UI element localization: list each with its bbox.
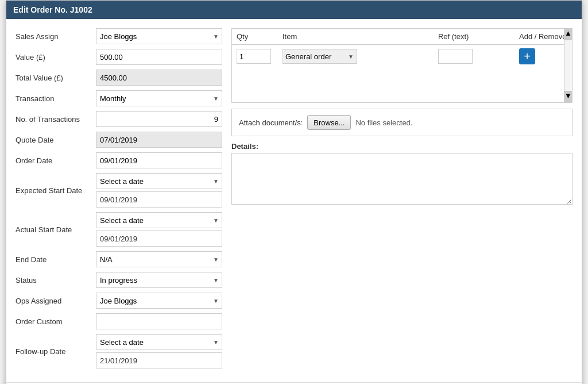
value-input[interactable] <box>96 49 222 65</box>
expected-start-select[interactable]: Select a date <box>96 173 222 189</box>
details-section: Details: <box>231 142 572 205</box>
right-panel: Qty Item Ref (text) Add / Remove <box>231 28 572 373</box>
transaction-row: Transaction Monthly Weekly Annually One-… <box>16 90 222 106</box>
no-transactions-input[interactable] <box>96 111 222 127</box>
expected-start-display: 09/01/2019 <box>96 191 222 208</box>
no-transactions-label: No. of Transactions <box>16 115 96 124</box>
ops-assigned-row: Ops Assigned Joe Bloggs ▼ <box>16 293 222 309</box>
ref-input[interactable] <box>438 49 473 64</box>
end-date-row: End Date N/A Select a date ▼ <box>16 251 222 267</box>
quote-date-label: Quote Date <box>16 136 96 144</box>
table-row: General order ▼ + <box>232 45 572 68</box>
sales-assign-row: Sales Assign Joe Bloggs ▼ <box>16 28 222 44</box>
item-select-wrapper: General order ▼ <box>283 49 357 64</box>
attach-row: Attach document/s: Browse... No files se… <box>231 109 572 136</box>
items-table-wrapper: Qty Item Ref (text) Add / Remove <box>231 28 572 103</box>
sales-assign-label: Sales Assign <box>16 32 96 41</box>
item-cell: General order ▼ <box>278 45 434 68</box>
ref-cell <box>434 45 514 68</box>
followup-date-select-wrapper: Select a date ▼ <box>96 334 222 350</box>
status-row: Status In progress Completed Cancelled O… <box>16 272 222 288</box>
col-add-remove: Add / Remove <box>514 29 572 45</box>
scrollbar: ▲ ▼ <box>564 29 572 102</box>
ops-assigned-select[interactable]: Joe Bloggs <box>96 293 222 309</box>
col-item: Item <box>278 29 434 45</box>
order-custom-input[interactable] <box>96 313 222 329</box>
actual-start-label: Actual Start Date <box>16 225 96 234</box>
no-transactions-row: No. of Transactions <box>16 111 222 127</box>
ops-assigned-label: Ops Assigned <box>16 297 96 305</box>
order-custom-label: Order Custom <box>16 317 96 326</box>
order-date-label: Order Date <box>16 156 96 165</box>
quote-date-row: Quote Date <box>16 132 222 148</box>
scroll-down-arrow[interactable]: ▼ <box>564 91 572 102</box>
sales-assign-select-wrapper: Joe Bloggs ▼ <box>96 28 222 44</box>
followup-date-label: Follow-up Date <box>16 347 96 356</box>
expected-start-label: Expected Start Date <box>16 186 96 195</box>
quote-date-input <box>96 132 222 148</box>
sales-assign-select[interactable]: Joe Bloggs <box>96 28 222 44</box>
total-value-label: Total Value (£) <box>16 74 96 82</box>
expected-start-group: Select a date ▼ 09/01/2019 <box>96 173 222 208</box>
total-value-row: Total Value (£) <box>16 70 222 86</box>
actual-start-row: Actual Start Date Select a date ▼ 09/01/… <box>16 212 222 247</box>
value-label: Value (£) <box>16 53 96 62</box>
browse-button[interactable]: Browse... <box>307 115 351 130</box>
followup-date-group: Select a date ▼ 21/01/2019 <box>96 334 222 368</box>
ops-assigned-select-wrapper: Joe Bloggs ▼ <box>96 293 222 309</box>
details-label: Details: <box>231 142 572 151</box>
attach-label: Attach document/s: <box>239 118 303 127</box>
followup-date-select[interactable]: Select a date <box>96 334 222 350</box>
order-custom-row: Order Custom <box>16 313 222 329</box>
item-select[interactable]: General order <box>283 49 357 64</box>
modal-title: Edit Order No. J1002 <box>13 5 92 14</box>
end-date-select-wrapper: N/A Select a date ▼ <box>96 251 222 267</box>
add-remove-cell: + <box>514 45 572 68</box>
actual-start-group: Select a date ▼ 09/01/2019 <box>96 212 222 247</box>
end-date-select[interactable]: N/A Select a date <box>96 251 222 267</box>
order-date-input[interactable] <box>96 152 222 168</box>
no-file-text: No files selected. <box>355 118 412 127</box>
qty-cell <box>232 45 278 68</box>
qty-input[interactable] <box>237 49 271 64</box>
modal-body: Sales Assign Joe Bloggs ▼ Value (£) Tota… <box>6 19 582 382</box>
transaction-select[interactable]: Monthly Weekly Annually One-off <box>96 90 222 106</box>
status-label: Status <box>16 276 96 285</box>
order-date-row: Order Date <box>16 152 222 168</box>
left-panel: Sales Assign Joe Bloggs ▼ Value (£) Tota… <box>16 28 222 373</box>
followup-date-row: Follow-up Date Select a date ▼ 21/01/201… <box>16 334 222 368</box>
actual-start-display: 09/01/2019 <box>96 231 222 247</box>
modal-header: Edit Order No. J1002 <box>6 1 582 19</box>
transaction-select-wrapper: Monthly Weekly Annually One-off ▼ <box>96 90 222 106</box>
followup-date-display: 21/01/2019 <box>96 352 222 368</box>
col-qty: Qty <box>232 29 278 45</box>
value-row: Value (£) <box>16 49 222 65</box>
modal: Edit Order No. J1002 Sales Assign Joe Bl… <box>6 0 582 384</box>
total-value-input <box>96 70 222 86</box>
actual-start-select[interactable]: Select a date <box>96 212 222 228</box>
end-date-label: End Date <box>16 255 96 264</box>
status-select-wrapper: In progress Completed Cancelled On hold … <box>96 272 222 288</box>
expected-start-row: Expected Start Date Select a date ▼ 09/0… <box>16 173 222 208</box>
expected-start-select-wrapper: Select a date ▼ <box>96 173 222 189</box>
details-textarea[interactable] <box>231 153 572 205</box>
add-row-button[interactable]: + <box>519 48 535 64</box>
items-table: Qty Item Ref (text) Add / Remove <box>232 29 572 68</box>
scroll-up-arrow[interactable]: ▲ <box>564 29 572 40</box>
actual-start-select-wrapper: Select a date ▼ <box>96 212 222 228</box>
transaction-label: Transaction <box>16 94 96 103</box>
status-select[interactable]: In progress Completed Cancelled On hold <box>96 272 222 288</box>
col-ref: Ref (text) <box>434 29 514 45</box>
